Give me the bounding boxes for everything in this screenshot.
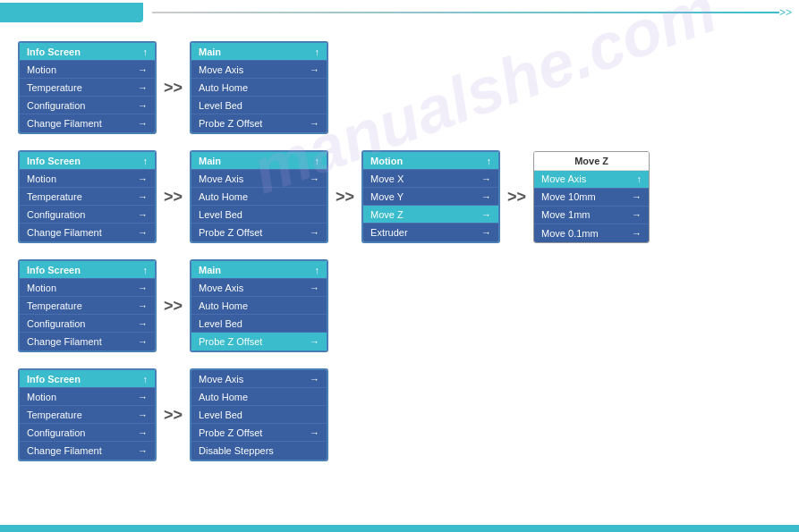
- right-arrow-icon: →: [138, 100, 148, 111]
- menu-item[interactable]: Main ↑: [191, 152, 327, 170]
- item-label: Main: [199, 156, 310, 166]
- item-label: Main: [199, 46, 310, 57]
- header-arrow: >>: [779, 6, 799, 19]
- menu-item[interactable]: Auto Home: [191, 297, 327, 315]
- menu-item[interactable]: Configuration →: [20, 206, 155, 224]
- menu-item[interactable]: Move Axis →: [191, 170, 327, 188]
- menu-item[interactable]: Level Bed: [191, 206, 327, 224]
- item-label: Configuration: [27, 209, 132, 220]
- menu-item[interactable]: Disable Steppers: [191, 442, 327, 460]
- menu-item[interactable]: Info Screen ↑: [20, 261, 155, 279]
- item-label: Probe Z Offset: [199, 227, 304, 238]
- menu-box-2-4: Move Z Move Axis ↑ Move 10mm → Move 1mm …: [533, 151, 650, 243]
- menu-item[interactable]: Change Filament →: [20, 114, 155, 132]
- menu-item[interactable]: Change Filament →: [20, 442, 155, 460]
- menu-item-highlighted[interactable]: Probe Z Offset →: [191, 333, 327, 350]
- menu-item[interactable]: Temperature →: [20, 297, 155, 315]
- right-arrow-icon: →: [138, 118, 148, 129]
- menu-box-2-2: Main ↑ Move Axis → Auto Home Level Bed P…: [190, 150, 328, 243]
- menu-item-highlighted[interactable]: Move Z →: [363, 206, 498, 224]
- item-label: Probe Z Offset: [199, 427, 304, 438]
- item-label: Disable Steppers: [199, 445, 319, 456]
- right-arrow-icon: →: [632, 228, 642, 239]
- up-arrow-icon: ↑: [143, 374, 149, 384]
- item-label: Info Screen: [27, 265, 138, 275]
- item-label: Level Bed: [199, 209, 319, 220]
- item-label: Temperature: [27, 82, 132, 93]
- item-label: Move 1mm: [541, 209, 590, 220]
- menu-item[interactable]: Move Axis →: [191, 61, 327, 79]
- menu-item[interactable]: Configuration →: [20, 424, 155, 442]
- item-label: Motion: [27, 392, 132, 402]
- menu-item[interactable]: Change Filament →: [20, 333, 155, 350]
- light-item[interactable]: Move 1mm →: [534, 207, 649, 224]
- light-item[interactable]: Move Axis ↑: [534, 171, 649, 189]
- menu-item[interactable]: Main ↑: [191, 261, 327, 279]
- menu-row-4: Info Screen ↑ Motion → Temperature → Con…: [18, 368, 781, 461]
- menu-item[interactable]: Motion →: [20, 61, 155, 79]
- menu-item[interactable]: Probe Z Offset →: [191, 424, 327, 442]
- item-label: Move Z: [370, 209, 476, 220]
- header-accent: [0, 3, 143, 22]
- item-label: Change Filament: [27, 227, 132, 238]
- menu-item[interactable]: Probe Z Offset →: [191, 114, 327, 132]
- menu-item[interactable]: Move Axis →: [191, 279, 327, 297]
- menu-item[interactable]: Extruder →: [363, 224, 498, 241]
- right-arrow-icon: →: [481, 191, 491, 202]
- item-label: Auto Home: [199, 82, 319, 93]
- menu-item[interactable]: Move X →: [363, 170, 498, 188]
- item-label: Info Screen: [27, 156, 138, 166]
- menu-item[interactable]: Change Filament →: [20, 224, 155, 241]
- item-label: Motion: [27, 173, 132, 184]
- menu-item[interactable]: Main ↑: [191, 43, 327, 61]
- item-label: Level Bed: [199, 318, 319, 329]
- menu-item[interactable]: Level Bed: [191, 406, 327, 424]
- light-item[interactable]: Move 0.1mm →: [534, 224, 649, 242]
- menu-item[interactable]: Motion ↑: [363, 152, 498, 170]
- light-item[interactable]: Move 10mm →: [534, 189, 649, 207]
- menu-row-3: Info Screen ↑ Motion → Temperature → Con…: [18, 259, 781, 352]
- arrow-between: >>: [164, 79, 183, 97]
- right-arrow-icon: →: [138, 209, 148, 220]
- menu-item[interactable]: Auto Home: [191, 188, 327, 206]
- menu-item[interactable]: Temperature →: [20, 79, 155, 97]
- menu-item[interactable]: Probe Z Offset →: [191, 224, 327, 241]
- item-label: Auto Home: [199, 392, 319, 402]
- menu-box-3-1: Info Screen ↑ Motion → Temperature → Con…: [18, 259, 157, 352]
- menu-item[interactable]: Level Bed: [191, 97, 327, 114]
- item-label: Temperature: [27, 300, 132, 311]
- right-arrow-icon: →: [138, 82, 148, 93]
- menu-item[interactable]: Motion →: [20, 170, 155, 188]
- menu-item[interactable]: Info Screen ↑: [20, 152, 155, 170]
- menu-box-3-2: Main ↑ Move Axis → Auto Home Level Bed P…: [190, 259, 328, 352]
- menu-item[interactable]: Temperature →: [20, 188, 155, 206]
- arrow-between: >>: [164, 406, 183, 425]
- right-arrow-icon: →: [138, 300, 148, 311]
- arrow-between: >>: [507, 188, 526, 207]
- up-arrow-icon: ↑: [637, 173, 642, 184]
- menu-item[interactable]: Motion →: [20, 279, 155, 297]
- menu-item[interactable]: Auto Home: [191, 79, 327, 97]
- menu-item[interactable]: Configuration →: [20, 315, 155, 333]
- menu-item[interactable]: Motion →: [20, 388, 155, 406]
- right-arrow-icon: →: [481, 209, 491, 220]
- menu-item[interactable]: Auto Home: [191, 388, 327, 406]
- menu-box-2-3: Motion ↑ Move X → Move Y → Move Z → Extr…: [361, 150, 500, 243]
- right-arrow-icon: →: [310, 173, 319, 184]
- up-arrow-icon: ↑: [315, 46, 320, 57]
- up-arrow-icon: ↑: [143, 265, 149, 275]
- menu-item[interactable]: Temperature →: [20, 406, 155, 424]
- right-arrow-icon: →: [138, 173, 148, 184]
- item-label: Extruder: [370, 227, 476, 238]
- menu-item[interactable]: Move Axis →: [191, 370, 327, 388]
- menu-item[interactable]: Move Y →: [363, 188, 498, 206]
- menu-item[interactable]: Info Screen ↑: [20, 370, 155, 388]
- menu-item[interactable]: Level Bed: [191, 315, 327, 333]
- menu-item[interactable]: Configuration →: [20, 97, 155, 114]
- menu-row-2: Info Screen ↑ Motion → Temperature → Con…: [18, 150, 781, 243]
- right-arrow-icon: →: [138, 445, 148, 456]
- item-label: Move 0.1mm: [541, 228, 599, 239]
- menu-item[interactable]: Info Screen ↑: [20, 43, 155, 61]
- right-arrow-icon: →: [310, 427, 319, 438]
- item-label: Change Filament: [27, 445, 132, 456]
